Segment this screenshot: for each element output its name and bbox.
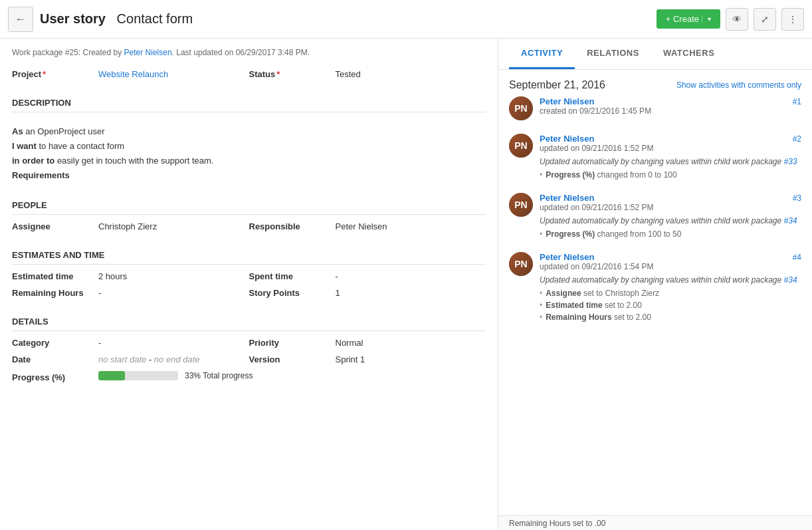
spent-field: Spent time - [249, 271, 486, 281]
progress-bar [98, 371, 178, 380]
tab-activity[interactable]: ACTIVITY [509, 39, 575, 69]
activity-user[interactable]: Peter Nielsen [540, 96, 594, 106]
activity-content: Peter Nielsen #2 updated on 09/21/2016 1… [540, 134, 801, 180]
estimates-row1: Estimated time 2 hours Spent time - [12, 271, 486, 288]
version-field: Version Sprint 1 [249, 354, 486, 364]
activity-body: Updated automatically by changing values… [540, 274, 801, 286]
activity-content: Peter Nielsen #1 created on 09/21/2016 1… [540, 96, 801, 120]
avatar: PN [509, 193, 533, 217]
estimates-row2: Remaining Hours - Story Points 1 [12, 288, 486, 305]
version-label: Version [249, 354, 336, 364]
activity-num: #1 [793, 97, 801, 106]
assignee-label: Assignee [12, 221, 98, 231]
category-value: - [98, 338, 101, 348]
remaining-label: Remaining Hours [12, 288, 98, 298]
avatar-image: PN [509, 193, 533, 217]
more-icon: ⋮ [788, 14, 797, 25]
description-section-title: DESCRIPTION [12, 98, 486, 112]
activity-content: Peter Nielsen #3 updated on 09/21/2016 1… [540, 193, 801, 239]
eye-icon: 👁 [732, 14, 742, 25]
right-panel: ACTIVITY RELATIONS WATCHERS September 21… [498, 39, 812, 530]
responsible-label: Responsible [249, 221, 336, 231]
activity-header: September 21, 2016 Show activities with … [498, 70, 812, 96]
category-field: Category - [12, 338, 249, 348]
package-link[interactable]: #34 [784, 275, 797, 285]
avatar-image: PN [509, 96, 533, 120]
project-label: Project* [12, 69, 98, 79]
project-col: Project* Website Relaunch [12, 69, 249, 86]
status-bar-text: Remaining Hours set to .00 [509, 519, 605, 528]
details-row1: Category - Priority Normal [12, 338, 486, 354]
date-value[interactable]: no start date - no end date [98, 354, 200, 364]
assignee-field: Assignee Christoph Zierz [12, 221, 249, 231]
status-bar: Remaining Hours set to .00 [498, 515, 812, 530]
show-comments-link[interactable]: Show activities with comments only [676, 80, 801, 90]
activity-time: updated on 09/21/2016 1:52 PM [540, 144, 801, 153]
activity-change: Progress (%) changed from 100 to 50 [540, 229, 801, 239]
progress-label: Progress (%) [12, 372, 98, 382]
activity-change-assignee: Assignee set to Christoph Zierz [540, 289, 801, 298]
remaining-value: - [98, 288, 101, 298]
estimated-col: Estimated time 2 hours [12, 271, 249, 288]
create-dropdown-arrow[interactable]: ▾ [702, 15, 711, 23]
people-row: Assignee Christoph Zierz Responsible Pet… [12, 221, 486, 238]
back-button[interactable]: ← [8, 7, 33, 32]
date-label: Date [12, 354, 98, 364]
avatar-image: PN [509, 134, 533, 158]
activity-user-row: Peter Nielsen #4 [540, 252, 801, 262]
author-link[interactable]: Peter Nielsen [124, 48, 172, 57]
priority-label: Priority [249, 338, 336, 348]
tab-watchers[interactable]: WATCHERS [651, 39, 726, 69]
activity-user-row: Peter Nielsen #2 [540, 134, 801, 144]
spent-col: Spent time - [249, 271, 486, 288]
activity-item: PN Peter Nielsen #2 updated on 09/21/201… [509, 134, 801, 180]
package-link[interactable]: #34 [784, 216, 797, 225]
desc-requirements: Requirements [12, 170, 70, 180]
meta-suffix: . Last updated on 06/29/2017 3:48 PM. [172, 48, 310, 57]
responsible-value: Peter Nielsen [336, 221, 387, 231]
activity-item: PN Peter Nielsen #1 created on 09/21/201… [509, 96, 801, 120]
create-label: + Create [666, 14, 699, 24]
status-field: Status* Tested [249, 69, 486, 79]
activity-user[interactable]: Peter Nielsen [540, 252, 594, 262]
project-status-row: Project* Website Relaunch Status* Tested [12, 69, 486, 86]
project-value[interactable]: Website Relaunch [98, 69, 168, 79]
fullscreen-button[interactable]: ⤢ [754, 8, 776, 31]
date-end: no end date [154, 354, 200, 364]
header-actions: + Create ▾ 👁 ⤢ ⋮ [657, 8, 804, 31]
watch-button[interactable]: 👁 [726, 8, 748, 31]
progress-text: 33% Total progress [185, 371, 253, 380]
tabs: ACTIVITY RELATIONS WATCHERS [498, 39, 812, 70]
activity-num: #3 [793, 194, 801, 203]
description-text: As an OpenProject user I want to have a … [12, 119, 486, 188]
create-button[interactable]: + Create ▾ [657, 9, 720, 29]
activity-body: Updated automatically by changing values… [540, 215, 801, 227]
desc-as-rest: an OpenProject user [23, 126, 105, 136]
avatar: PN [509, 134, 533, 158]
date-field: Date no start date - no end date [12, 354, 249, 364]
more-menu-button[interactable]: ⋮ [781, 8, 804, 31]
activity-num: #4 [793, 253, 801, 262]
progress-bar-fill [98, 371, 125, 380]
date-separator: - [149, 354, 154, 364]
activity-user-row: Peter Nielsen #3 [540, 193, 801, 203]
avatar-image: PN [509, 252, 533, 276]
header: ← User story Contact form + Create ▾ 👁 ⤢… [0, 0, 812, 39]
activity-change-estimated: Estimated time set to 2.00 [540, 301, 801, 310]
work-package-type: User story [40, 11, 106, 26]
details-section-title: DETAILS [12, 317, 486, 331]
progress-container: 33% Total progress [98, 371, 253, 380]
status-value[interactable]: Tested [336, 69, 361, 79]
meta-info: Work package #25: Created by Peter Niels… [12, 48, 486, 57]
activity-time: created on 09/21/2016 1:45 PM [540, 106, 801, 116]
assignee-value: Christoph Zierz [98, 221, 157, 231]
activity-num: #2 [793, 134, 801, 144]
avatar: PN [509, 252, 533, 276]
remaining-col: Remaining Hours - [12, 288, 249, 305]
estimated-field: Estimated time 2 hours [12, 271, 249, 281]
activity-user[interactable]: Peter Nielsen [540, 134, 594, 144]
activity-user[interactable]: Peter Nielsen [540, 193, 594, 203]
work-package-name: Contact form [117, 11, 193, 26]
tab-relations[interactable]: RELATIONS [575, 39, 651, 69]
package-link[interactable]: #33 [784, 157, 797, 166]
